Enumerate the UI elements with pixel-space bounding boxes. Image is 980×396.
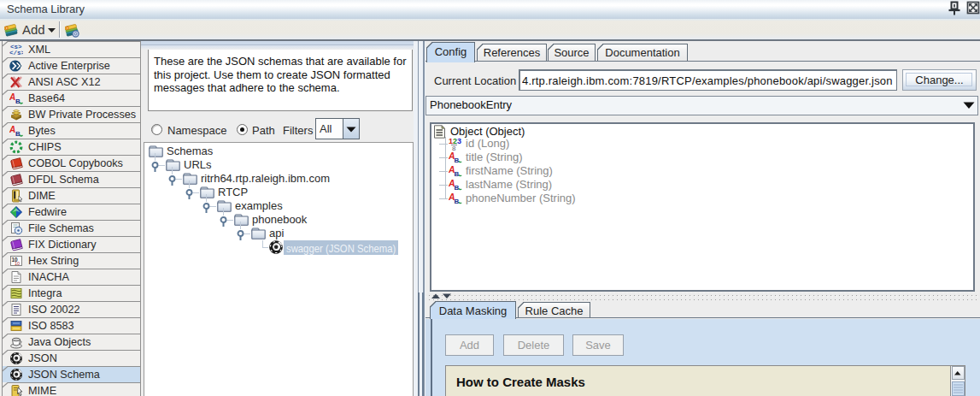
svg-text:</s>: </s> [9,50,23,56]
svg-text:B: B [15,98,21,105]
svg-text:10: 10 [15,261,20,266]
svg-text:B: B [455,170,460,178]
svg-text:B: B [455,157,460,164]
svg-text:B: B [15,130,21,138]
svg-text:B: B [455,198,460,205]
svg-text:3: 3 [457,137,461,145]
svg-text:B: B [455,184,460,192]
